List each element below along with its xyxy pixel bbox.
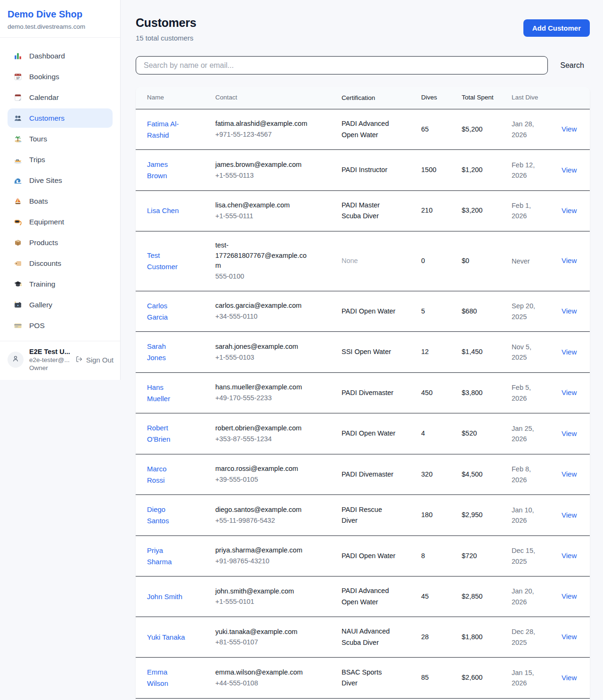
view-customer-link[interactable]: View — [562, 125, 577, 133]
page-title: Customers — [136, 16, 196, 30]
sidebar-item-training[interactable]: Training — [8, 274, 113, 294]
customer-total-spent: $680 — [462, 306, 512, 317]
customer-total-spent: $3,200 — [462, 206, 512, 216]
customer-email: test-1772681807767@example.com — [215, 240, 310, 271]
sidebar-item-equipment[interactable]: Equipment — [8, 212, 113, 231]
customer-email: marco.rossi@example.com — [215, 464, 310, 474]
sidebar-item-customers[interactable]: Customers — [8, 108, 113, 128]
customer-total-spent: $0 — [462, 256, 512, 266]
main-content: Customers 15 total customers Add Custome… — [121, 0, 603, 700]
customer-name-link[interactable]: Marco Rossi — [147, 465, 167, 484]
sidebar-item-pos[interactable]: POS — [8, 316, 113, 335]
sidebar-item-gallery[interactable]: Gallery — [8, 295, 113, 314]
customer-name-link[interactable]: Diego Santos — [147, 505, 169, 525]
customer-name-link[interactable]: Robert O'Brien — [147, 424, 171, 443]
sidebar-item-discounts[interactable]: Discounts — [8, 254, 113, 273]
app-root: Demo Dive Shop demo.test.divestreams.com… — [0, 0, 603, 700]
dashboard-icon — [14, 52, 22, 60]
column-header-last-dive: Last Dive — [512, 87, 562, 108]
customer-certification: PADI Master Scuba Diver — [342, 200, 421, 222]
view-customer-link[interactable]: View — [562, 511, 577, 519]
customer-last-dive: Sep 20, 2025 — [512, 301, 562, 322]
customer-last-dive: Jan 28, 2026 — [512, 119, 562, 140]
customer-name-link[interactable]: Emma Wilson — [147, 668, 168, 687]
bookings-icon: 17 — [14, 73, 22, 81]
search-button[interactable]: Search — [560, 61, 590, 70]
customer-name-link[interactable]: Priya Sharma — [147, 546, 172, 566]
customer-name-link[interactable]: James Brown — [147, 160, 168, 180]
customer-last-dive: Jan 10, 2026 — [512, 505, 562, 526]
view-customer-link[interactable]: View — [562, 674, 577, 682]
products-icon — [14, 239, 22, 247]
customer-name-link[interactable]: Test Customer — [147, 251, 178, 271]
customer-total-spent: $5,200 — [462, 124, 512, 135]
sidebar-item-dashboard[interactable]: Dashboard — [8, 46, 113, 66]
customer-dives: 1500 — [421, 165, 462, 175]
sign-out-button[interactable]: Sign Out — [75, 355, 114, 364]
customer-phone: +44-555-0108 — [215, 678, 310, 689]
customer-name-link[interactable]: Yuki Tanaka — [147, 633, 185, 641]
customer-last-dive: Dec 28, 2025 — [512, 626, 562, 648]
customer-certification: PADI Advanced Open Water — [342, 118, 421, 140]
customer-certification: PADI Divemaster — [342, 469, 421, 480]
view-customer-link[interactable]: View — [562, 552, 577, 560]
pos-icon — [14, 321, 22, 330]
sidebar-item-products[interactable]: Products — [8, 233, 113, 252]
customer-dives: 0 — [421, 256, 462, 266]
customer-email: emma.wilson@example.com — [215, 667, 310, 678]
customer-dives: 65 — [421, 124, 462, 135]
table-row: Lisa Chen lisa.chen@example.com +1-555-0… — [136, 190, 590, 231]
customer-name-link[interactable]: Sarah Jones — [147, 342, 166, 362]
customer-email: hans.mueller@example.com — [215, 382, 310, 393]
customer-name-link[interactable]: Carlos Garcia — [147, 302, 168, 321]
table-body: Fatima Al-Rashid fatima.alrashid@example… — [136, 109, 590, 700]
sidebar-item-bookings[interactable]: 17 Bookings — [8, 67, 113, 86]
table-row: Marco Rossi marco.rossi@example.com +39-… — [136, 454, 590, 495]
customer-dives: 180 — [421, 510, 462, 520]
customer-dives: 320 — [421, 469, 462, 480]
sidebar-item-trips[interactable]: Trips — [8, 150, 113, 169]
table-row: Fatima Al-Rashid fatima.alrashid@example… — [136, 109, 590, 150]
add-customer-button[interactable]: Add Customer — [523, 19, 590, 37]
customer-last-dive: Feb 1, 2026 — [512, 200, 562, 222]
customer-name-link[interactable]: Fatima Al-Rashid — [147, 120, 179, 139]
search-input[interactable] — [136, 56, 548, 74]
user-avatar-icon — [11, 354, 20, 365]
customer-phone: +34-555-0110 — [215, 312, 310, 322]
customers-icon — [14, 114, 22, 123]
table-header-row: Name Contact Certification Dives Total S… — [136, 87, 590, 109]
view-customer-link[interactable]: View — [562, 307, 577, 315]
view-customer-link[interactable]: View — [562, 348, 577, 356]
tours-icon — [14, 135, 22, 143]
customer-email: robert.obrien@example.com — [215, 423, 310, 434]
sign-out-label: Sign Out — [86, 356, 114, 364]
view-customer-link[interactable]: View — [562, 429, 577, 437]
customer-email: john.smith@example.com — [215, 586, 310, 597]
column-header-certification: Certification — [342, 87, 421, 109]
equipment-icon — [14, 218, 22, 226]
sidebar-nav: Dashboard 17 Bookings Calendar Customers… — [0, 38, 120, 335]
view-customer-link[interactable]: View — [562, 633, 577, 641]
table-row: Emma Wilson emma.wilson@example.com +44-… — [136, 657, 590, 698]
view-customer-link[interactable]: View — [562, 256, 577, 264]
view-customer-link[interactable]: View — [562, 470, 577, 478]
view-customer-link[interactable]: View — [562, 592, 577, 600]
sidebar-item-boats[interactable]: Boats — [8, 191, 113, 211]
sidebar-item-dive-sites[interactable]: Dive Sites — [8, 171, 113, 190]
gallery-icon — [14, 301, 22, 309]
sidebar-item-tours[interactable]: Tours — [8, 129, 113, 148]
view-customer-link[interactable]: View — [562, 388, 577, 396]
customer-name-link[interactable]: John Smith — [147, 593, 182, 601]
customer-dives: 12 — [421, 347, 462, 357]
customer-last-dive: Nov 5, 2025 — [512, 342, 562, 363]
sidebar-item-calendar[interactable]: Calendar — [8, 88, 113, 107]
view-customer-link[interactable]: View — [562, 166, 577, 174]
view-customer-link[interactable]: View — [562, 206, 577, 214]
customers-table: Name Contact Certification Dives Total S… — [136, 87, 590, 700]
shop-domain: demo.test.divestreams.com — [8, 23, 113, 30]
customer-total-spent: $1,800 — [462, 632, 512, 642]
table-row: John Smith john.smith@example.com +1-555… — [136, 576, 590, 617]
customer-name-link[interactable]: Hans Mueller — [147, 383, 170, 403]
customer-name-link[interactable]: Lisa Chen — [147, 206, 179, 214]
table-row: Hans Mueller hans.mueller@example.com +4… — [136, 372, 590, 413]
